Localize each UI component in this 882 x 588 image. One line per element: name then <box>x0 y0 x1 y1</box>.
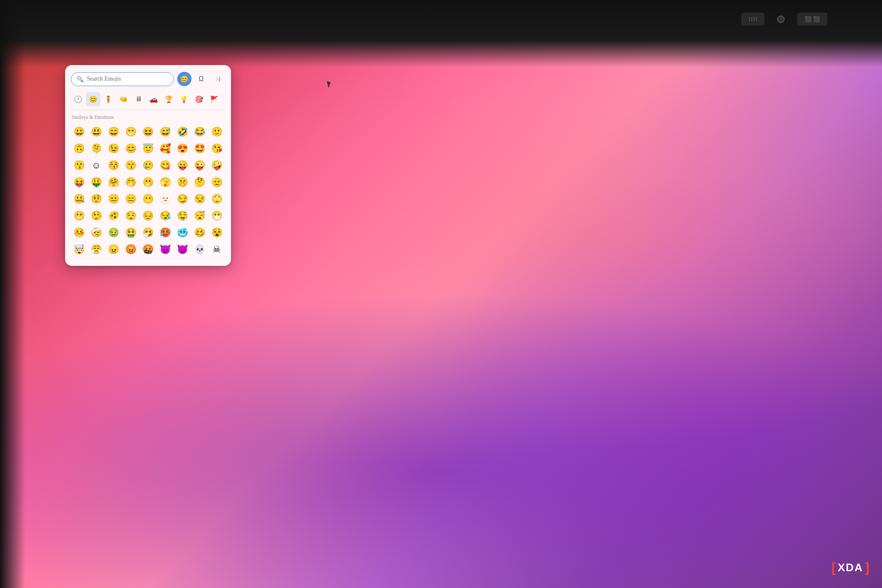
list-item[interactable]: 🤔 <box>192 174 207 190</box>
laptop-frame-top <box>0 0 882 67</box>
category-awards[interactable]: 🏆 <box>162 92 176 106</box>
list-item[interactable]: ☺ <box>88 158 104 173</box>
category-bulb[interactable]: 💡 <box>177 92 191 106</box>
emoji-tab-button[interactable]: 😊 <box>177 72 192 86</box>
list-item[interactable]: 🤪 <box>209 158 225 173</box>
list-item[interactable]: 🥴 <box>192 225 207 241</box>
list-item[interactable]: 😄 <box>105 124 121 140</box>
list-item[interactable]: ☠ <box>209 242 225 257</box>
list-item[interactable]: 💀 <box>192 242 207 257</box>
category-objects[interactable]: 🖥 <box>131 92 146 106</box>
list-item[interactable]: 🤧 <box>140 225 156 241</box>
list-item[interactable]: 😏 <box>174 191 190 207</box>
list-item[interactable]: 😤 <box>88 242 104 257</box>
list-item[interactable]: 😂 <box>192 124 207 140</box>
list-item[interactable]: 😇 <box>140 141 156 157</box>
list-item[interactable]: 😌 <box>123 208 139 224</box>
list-item[interactable]: 🤤 <box>174 208 190 224</box>
list-item[interactable]: 😜 <box>192 158 207 173</box>
camera-dot <box>777 16 785 23</box>
search-input[interactable]: Search Emojis <box>87 76 168 82</box>
list-item[interactable]: 😬 <box>71 208 87 224</box>
list-item[interactable]: 😛 <box>174 158 190 173</box>
list-item[interactable]: 😁 <box>123 124 139 140</box>
list-item[interactable]: 🙂 <box>209 124 225 140</box>
list-item[interactable]: 🤨 <box>88 191 104 207</box>
list-item[interactable]: 🤬 <box>140 242 156 257</box>
top-bar-box-2: ⬛ ⬛ <box>797 13 827 26</box>
list-item[interactable]: 😝 <box>71 174 87 190</box>
list-item[interactable]: 😡 <box>123 242 139 257</box>
list-item[interactable]: 😊 <box>123 141 139 157</box>
laptop-frame-left <box>0 0 25 588</box>
symbols-tab-button[interactable]: :-) <box>211 72 225 86</box>
list-item[interactable]: 😑 <box>123 191 139 207</box>
list-item[interactable]: 😪 <box>157 208 173 224</box>
list-item[interactable]: 🤥 <box>88 208 104 224</box>
xda-watermark: [ XDA ] <box>832 560 869 575</box>
list-item[interactable]: 😙 <box>123 158 139 173</box>
list-item[interactable]: 🥲 <box>140 158 156 173</box>
list-item[interactable]: 🙄 <box>209 191 225 207</box>
list-item[interactable]: 🤗 <box>105 174 121 190</box>
emoji-picker-panel: 🔍 Search Emojis 😊 Ω :-) 🕐 😊 🧍 🤜 🖥 🚗 🏆 💡 … <box>65 65 231 266</box>
list-item[interactable]: 🥵 <box>157 225 173 241</box>
kaomoji-tab-button[interactable]: Ω <box>194 72 208 86</box>
list-item[interactable]: 🤣 <box>174 124 190 140</box>
category-people[interactable]: 🧍 <box>101 92 116 106</box>
list-item[interactable]: 😀 <box>71 124 87 140</box>
list-item[interactable]: 🤮 <box>123 225 139 241</box>
list-item[interactable]: 🤕 <box>88 225 104 241</box>
list-item[interactable]: 😶 <box>140 191 156 207</box>
list-item[interactable]: 🤑 <box>88 174 104 190</box>
list-item[interactable]: 😷 <box>209 208 225 224</box>
top-bar-elements: ∷ ∷ ⬛ ⬛ <box>741 13 827 26</box>
list-item[interactable]: 🫠 <box>88 141 104 157</box>
list-item[interactable]: 😐 <box>105 191 121 207</box>
xda-label: XDA <box>837 561 863 574</box>
list-item[interactable]: 😈 <box>157 242 173 257</box>
emoji-grid: 😀 😃 😄 😁 😆 😅 🤣 😂 🙂 🙃 🫠 😉 😊 😇 🥰 😍 🤩 😘 😗 ☺ … <box>71 124 225 257</box>
list-item[interactable]: 🤭 <box>123 174 139 190</box>
list-item[interactable]: 😃 <box>88 124 104 140</box>
list-item[interactable]: 😴 <box>192 208 207 224</box>
list-item[interactable]: 🫥 <box>157 191 173 207</box>
section-label: Smileys & Emotions <box>71 114 225 121</box>
list-item[interactable]: 🤯 <box>71 242 87 257</box>
list-item[interactable]: 😔 <box>140 208 156 224</box>
list-item[interactable]: 🤫 <box>174 174 190 190</box>
list-item[interactable]: 🫣 <box>157 174 173 190</box>
search-bar[interactable]: 🔍 Search Emojis <box>71 72 174 86</box>
list-item[interactable]: 😚 <box>105 158 121 173</box>
list-item[interactable]: 😉 <box>105 141 121 157</box>
category-transport[interactable]: 🚗 <box>147 92 161 106</box>
list-item[interactable]: 😘 <box>209 141 225 157</box>
list-item[interactable]: 🤒 <box>71 225 87 241</box>
list-item[interactable]: 😅 <box>157 124 173 140</box>
list-item[interactable]: 😗 <box>71 158 87 173</box>
xda-bracket-open: [ <box>832 560 836 575</box>
list-item[interactable]: 🫨 <box>105 208 121 224</box>
category-flags[interactable]: 🚩 <box>207 92 221 106</box>
list-item[interactable]: 🫢 <box>140 174 156 190</box>
list-item[interactable]: 😋 <box>157 158 173 173</box>
category-gestures[interactable]: 🤜 <box>116 92 131 106</box>
category-recent[interactable]: 🕐 <box>71 92 85 106</box>
list-item[interactable]: 🫡 <box>209 174 225 190</box>
category-smileys[interactable]: 😊 <box>86 92 100 106</box>
list-item[interactable]: 👿 <box>174 242 190 257</box>
category-activities[interactable]: 🎯 <box>192 92 206 106</box>
list-item[interactable]: 😠 <box>105 242 121 257</box>
list-item[interactable]: 😆 <box>140 124 156 140</box>
search-and-tabs-row: 🔍 Search Emojis 😊 Ω :-) <box>71 72 225 86</box>
list-item[interactable]: 🤩 <box>192 141 207 157</box>
list-item[interactable]: 😍 <box>174 141 190 157</box>
category-row: 🕐 😊 🧍 🤜 🖥 🚗 🏆 💡 🎯 🚩 <box>71 92 225 110</box>
list-item[interactable]: 😒 <box>192 191 207 207</box>
list-item[interactable]: 🥶 <box>174 225 190 241</box>
list-item[interactable]: 🙃 <box>71 141 87 157</box>
list-item[interactable]: 🥰 <box>157 141 173 157</box>
list-item[interactable]: 😵 <box>209 225 225 241</box>
list-item[interactable]: 🤢 <box>105 225 121 241</box>
list-item[interactable]: 🤐 <box>71 191 87 207</box>
